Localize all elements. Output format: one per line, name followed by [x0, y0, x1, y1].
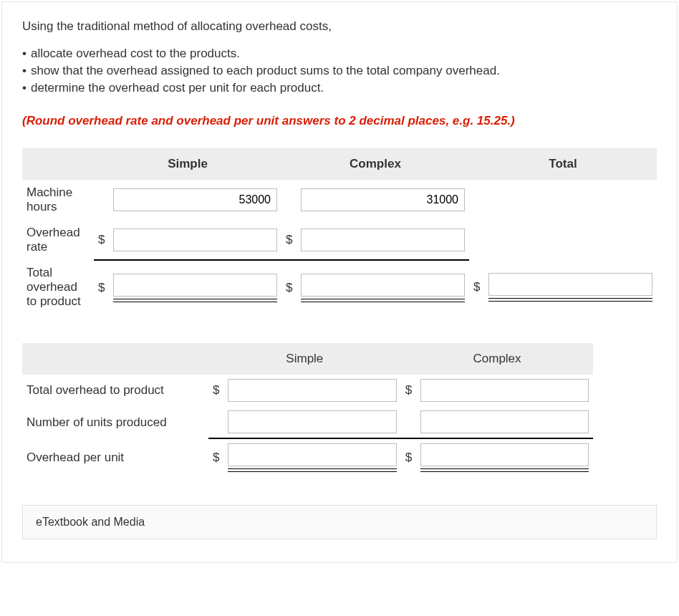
t2-total-overhead-complex-input[interactable] [420, 379, 589, 402]
row2-label-total-overhead: Total overhead to product [22, 375, 208, 406]
bullet-item: allocate overhead cost to the products. [22, 47, 657, 61]
rounding-instruction: (Round overhead rate and overhead per un… [22, 114, 657, 128]
t2-per-unit-complex-input[interactable] [420, 443, 589, 466]
currency-symbol: $ [401, 375, 416, 406]
header2-complex: Complex [401, 343, 594, 375]
bullet-item: show that the overhead assigned to each … [22, 64, 657, 78]
currency-symbol: $ [208, 375, 223, 406]
total-overhead-simple-input[interactable] [113, 274, 277, 297]
currency-symbol: $ [281, 260, 297, 314]
machine-hours-complex-input[interactable] [301, 188, 465, 211]
row2-label-overhead-per-unit: Overhead per unit [22, 438, 208, 476]
etextbook-and-media-button[interactable]: eTextbook and Media [22, 505, 657, 539]
overhead-rate-complex-input[interactable] [301, 228, 465, 251]
total-overhead-total-input[interactable] [488, 273, 652, 296]
currency-symbol: $ [208, 438, 223, 476]
t2-per-unit-simple-input[interactable] [228, 443, 396, 466]
currency-symbol: $ [401, 438, 416, 476]
overhead-allocation-table: Simple Complex Total Machine hours Overh… [22, 148, 657, 314]
intro-text: Using the traditional method of allocati… [22, 19, 657, 34]
header-simple: Simple [94, 148, 281, 180]
row-label-total-overhead: Total overhead to product [22, 260, 94, 314]
currency-symbol: $ [281, 220, 297, 260]
overhead-per-unit-table: Simple Complex Total overhead to product… [22, 343, 593, 476]
overhead-rate-simple-input[interactable] [113, 228, 277, 251]
row2-label-units-produced: Number of units produced [22, 406, 208, 438]
row-label-overhead-rate: Overhead rate [22, 220, 94, 260]
bullet-item: determine the overhead cost per unit for… [22, 81, 657, 95]
row-label-machine-hours: Machine hours [22, 180, 94, 220]
currency-symbol: $ [94, 260, 109, 314]
t2-units-complex-input[interactable] [420, 410, 589, 433]
t2-total-overhead-simple-input[interactable] [228, 379, 396, 402]
main-panel: Using the traditional method of allocati… [1, 1, 678, 563]
header-blank [22, 148, 94, 180]
header-complex: Complex [281, 148, 469, 180]
machine-hours-simple-input[interactable] [113, 188, 277, 211]
total-overhead-complex-input[interactable] [301, 274, 465, 297]
bullet-list: allocate overhead cost to the products. … [22, 47, 657, 95]
t2-units-simple-input[interactable] [228, 410, 396, 433]
currency-symbol: $ [94, 220, 109, 260]
header2-simple: Simple [208, 343, 401, 375]
header2-blank [22, 343, 208, 375]
currency-symbol: $ [469, 260, 484, 314]
header-total: Total [469, 148, 657, 180]
